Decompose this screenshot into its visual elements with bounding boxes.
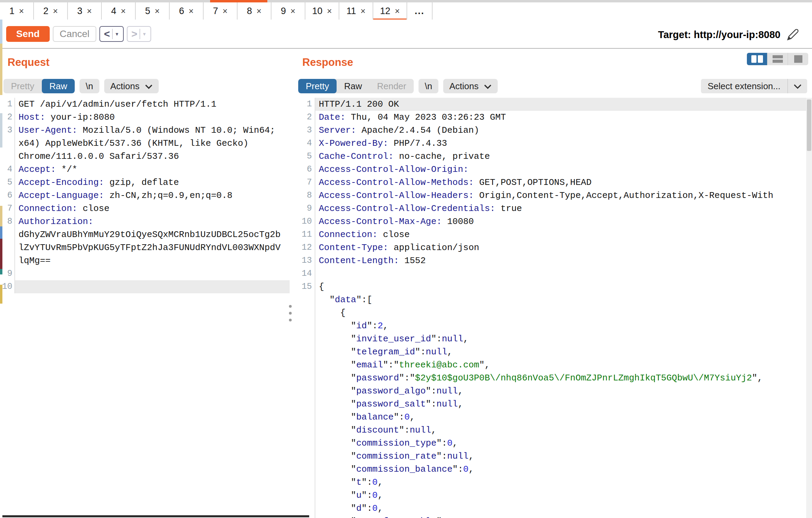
- line-number: [295, 293, 315, 306]
- single-layout-button[interactable]: [788, 53, 808, 65]
- line-content: "t":0,: [315, 476, 806, 489]
- panel-splitter-handle[interactable]: [288, 305, 292, 326]
- line-content: Accept: */*: [15, 163, 290, 176]
- edit-pencil-icon[interactable]: [786, 28, 800, 42]
- repeater-tab-7[interactable]: 7×: [204, 2, 238, 20]
- repeater-tab-1[interactable]: 1×: [0, 2, 34, 20]
- rows-layout-button[interactable]: [767, 53, 788, 65]
- screen-edge-artifact: [0, 44, 2, 95]
- tab-close-icon[interactable]: ×: [19, 7, 24, 15]
- tab-close-icon[interactable]: ×: [222, 7, 228, 15]
- tab-close-icon[interactable]: ×: [327, 7, 332, 15]
- layout-toggle: [747, 53, 808, 65]
- tab-close-icon[interactable]: ×: [53, 7, 58, 15]
- repeater-tab-6[interactable]: 6×: [170, 2, 204, 20]
- response-actions-button[interactable]: Actions: [443, 79, 498, 93]
- code-line: "invite_user_id":null,: [295, 332, 806, 345]
- main-tab-selected-underline: [210, 0, 267, 2]
- tab-close-icon[interactable]: ×: [189, 7, 194, 15]
- line-number: 6: [0, 189, 15, 202]
- repeater-tab-12[interactable]: 12×: [373, 2, 407, 20]
- back-dropdown-caret-icon[interactable]: ▼: [115, 32, 119, 36]
- repeater-tab-3[interactable]: 3×: [68, 2, 102, 20]
- line-content: "commission_type":0,: [315, 437, 806, 450]
- request-panel: Request PrettyRaw \n Actions 1GET /api/v…: [0, 49, 290, 518]
- code-line: 14: [295, 267, 806, 280]
- line-content: {: [315, 280, 806, 293]
- repeater-tab-10[interactable]: 10×: [305, 2, 339, 20]
- code-line: 13Content-Length: 1552: [295, 254, 806, 267]
- repeater-tab-9[interactable]: 9×: [271, 2, 305, 20]
- repeater-tab-8[interactable]: 8×: [238, 2, 271, 20]
- tab-close-icon[interactable]: ×: [256, 7, 262, 15]
- line-content: "password":"$2y$10$goU3P0B\/nhq86nVoa5\/…: [315, 372, 806, 385]
- request-editor[interactable]: 1GET /api/v1/admin/user/fetch HTTP/1.12H…: [0, 98, 290, 518]
- tab-close-icon[interactable]: ×: [155, 7, 160, 15]
- line-number: [295, 476, 315, 489]
- code-line: 8Authorization:: [0, 215, 290, 228]
- request-tab-raw[interactable]: Raw: [42, 79, 75, 93]
- code-line: 6Access-Control-Allow-Origin:: [295, 163, 806, 176]
- tab-label: 9: [281, 6, 286, 16]
- chevron-right-icon: >: [131, 28, 137, 40]
- line-content: "balance":0,: [315, 411, 806, 424]
- tab-close-icon[interactable]: ×: [361, 7, 366, 15]
- tab-label: 12: [380, 6, 390, 16]
- line-number: 1: [0, 98, 15, 111]
- response-view-tabs: PrettyRawRender: [298, 79, 414, 93]
- tab-close-icon[interactable]: ×: [395, 7, 400, 15]
- line-content: "invite_user_id":null,: [315, 332, 806, 345]
- repeater-tab-11[interactable]: 11×: [339, 2, 373, 20]
- extension-select[interactable]: Select extension...: [701, 79, 807, 93]
- request-actions-button[interactable]: Actions: [104, 79, 159, 93]
- repeater-tab-bar: 1×2×3×4×5×6×7×8×9×10×11×12×...: [0, 2, 812, 21]
- line-content: [315, 267, 806, 280]
- response-tab-raw[interactable]: Raw: [337, 79, 369, 93]
- forward-button[interactable]: > ▼: [127, 26, 151, 42]
- tab-close-icon[interactable]: ×: [290, 7, 295, 15]
- line-number: [295, 398, 315, 411]
- toolbar: Send Cancel < ▼ > ▼ Target: http://your-…: [0, 20, 812, 49]
- repeater-tab-4[interactable]: 4×: [102, 2, 136, 20]
- request-newline-toggle[interactable]: \n: [80, 79, 99, 93]
- line-number: 7: [295, 176, 315, 189]
- repeater-tab-2[interactable]: 2×: [34, 2, 68, 20]
- request-tab-pretty[interactable]: Pretty: [3, 79, 42, 93]
- screen-edge-artifact: [0, 20, 2, 44]
- response-tab-pretty[interactable]: Pretty: [298, 79, 337, 93]
- back-button[interactable]: < ▼: [99, 26, 124, 42]
- line-content: Access-Control-Allow-Methods: GET,POST,O…: [315, 176, 806, 189]
- line-number: 4: [0, 163, 15, 176]
- columns-layout-button[interactable]: [747, 53, 767, 65]
- code-line: "discount":null,: [295, 424, 806, 437]
- response-scrollbar[interactable]: [806, 98, 812, 518]
- line-content: "d":0,: [315, 502, 806, 515]
- send-button[interactable]: Send: [6, 26, 50, 42]
- code-line: "password_salt":null,: [295, 398, 806, 411]
- line-number: 5: [0, 176, 15, 189]
- line-number: [295, 345, 315, 358]
- screen-edge-artifact: [0, 206, 2, 226]
- repeater-tab-overflow[interactable]: ...: [407, 2, 433, 20]
- line-content: Access-Control-Allow-Origin:: [315, 163, 806, 176]
- code-line: "t":0,: [295, 476, 806, 489]
- line-content: "id":2,: [315, 319, 806, 332]
- repeater-tab-5[interactable]: 5×: [136, 2, 170, 20]
- line-content: lqMg==: [15, 254, 290, 267]
- line-content: Cache-Control: no-cache, private: [315, 150, 806, 163]
- response-newline-toggle[interactable]: \n: [419, 79, 438, 93]
- line-content: "telegram_id":null,: [315, 345, 806, 358]
- code-line: {: [295, 306, 806, 319]
- response-tab-render[interactable]: Render: [369, 79, 414, 93]
- code-line: 11Connection: close: [295, 228, 806, 241]
- line-number: [295, 319, 315, 332]
- tab-close-icon[interactable]: ×: [87, 7, 92, 15]
- cancel-button[interactable]: Cancel: [53, 26, 96, 42]
- line-number: [295, 424, 315, 437]
- response-editor[interactable]: 1HTTP/1.1 200 OK2Date: Thu, 04 May 2023 …: [295, 98, 806, 518]
- chevron-down-icon: [788, 81, 807, 92]
- tab-close-icon[interactable]: ×: [121, 7, 126, 15]
- scrollbar-thumb[interactable]: [807, 99, 811, 151]
- code-line: "d":0,: [295, 502, 806, 515]
- code-line: "telegram_id":null,: [295, 345, 806, 358]
